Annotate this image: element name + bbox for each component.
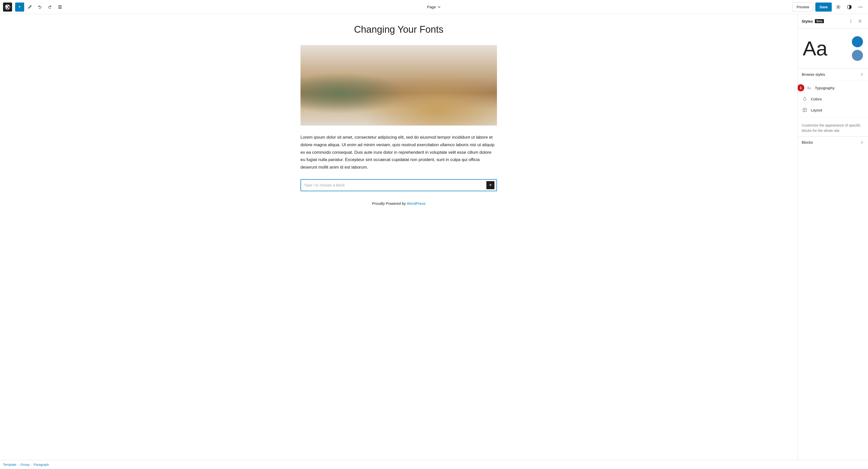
undo-icon	[37, 5, 42, 9]
svg-rect-2	[58, 8, 62, 8]
svg-point-34	[850, 22, 851, 23]
wordpress-link[interactable]: WordPress	[407, 201, 426, 206]
svg-point-32	[850, 20, 851, 21]
svg-point-7	[862, 6, 863, 7]
close-icon	[858, 19, 862, 24]
svg-rect-13	[376, 87, 482, 125]
styles-title-area: Styles Beta	[802, 19, 824, 24]
wp-logo[interactable]	[3, 2, 12, 11]
styles-more-button[interactable]	[847, 17, 855, 25]
breadcrumb-template[interactable]: Template	[3, 463, 17, 467]
step-badge: 1	[798, 84, 804, 91]
svg-point-3	[838, 6, 839, 7]
layout-grid-icon	[803, 108, 807, 112]
droplet-icon	[803, 97, 807, 101]
redo-icon	[48, 5, 52, 9]
save-button[interactable]: Save	[815, 2, 832, 11]
footer-text: Proudly Powered by	[372, 201, 407, 206]
svg-rect-8	[301, 45, 497, 126]
breadcrumb-sep-2: ›	[31, 463, 32, 467]
room-illustration	[301, 45, 497, 126]
toolbar-right: Preview Save	[793, 2, 865, 11]
svg-point-12	[323, 112, 474, 126]
svg-rect-18	[389, 94, 409, 112]
browse-styles-nav[interactable]: Browse styles	[798, 69, 868, 80]
svg-rect-22	[342, 106, 365, 108]
svg-point-5	[859, 6, 860, 7]
svg-point-25	[462, 114, 483, 126]
block-inserter-plus-button[interactable]: +	[486, 181, 494, 189]
styles-close-button[interactable]	[856, 17, 864, 25]
typography-aa-icon: Aa	[807, 86, 811, 90]
styles-panel-title: Styles	[802, 19, 813, 24]
svg-rect-9	[301, 45, 376, 126]
list-view-icon	[58, 5, 62, 9]
svg-rect-30	[323, 100, 333, 110]
page-title[interactable]: Changing Your Fonts	[301, 24, 497, 35]
more-options-button[interactable]	[856, 2, 865, 11]
main-area: Changing Your Fonts	[0, 14, 868, 460]
editor-content: Changing Your Fonts	[296, 14, 502, 231]
blocks-nav-item[interactable]: Blocks	[798, 137, 868, 148]
page-selector[interactable]: Page	[427, 5, 441, 9]
breadcrumb-sep-1: ›	[18, 463, 19, 467]
preview-button[interactable]: Preview	[793, 2, 814, 11]
theme-icon	[847, 4, 852, 9]
svg-point-33	[850, 21, 851, 22]
typography-label: Typography	[815, 86, 835, 90]
styles-header-actions	[847, 17, 864, 25]
body-paragraph[interactable]: Lorem ipsum dolor sit amet, consectetur …	[301, 134, 497, 171]
svg-rect-17	[450, 93, 478, 115]
colors-nav-item[interactable]: Colors	[798, 93, 868, 104]
styles-preview: Aa	[798, 28, 868, 69]
redo-button[interactable]	[45, 2, 54, 11]
content-image	[301, 45, 497, 126]
document-overview-button[interactable]	[55, 2, 64, 11]
layout-nav-item[interactable]: Layout	[798, 104, 868, 115]
toolbar: + Page Preview Sav	[0, 0, 868, 14]
svg-rect-24	[358, 108, 361, 123]
settings-icon	[836, 4, 841, 9]
svg-rect-11	[301, 106, 497, 126]
preview-colors	[852, 36, 863, 61]
svg-rect-19	[331, 95, 380, 126]
svg-rect-21	[335, 100, 376, 121]
svg-rect-0	[58, 5, 62, 6]
settings-button[interactable]	[834, 2, 843, 11]
block-inserter[interactable]: Type / to choose a block +	[301, 179, 497, 191]
vertical-ellipsis-icon	[848, 19, 853, 24]
svg-text:Aa: Aa	[807, 86, 811, 90]
colors-icon	[802, 96, 808, 102]
undo-button[interactable]	[35, 2, 44, 11]
breadcrumb-group[interactable]: Group	[21, 463, 29, 467]
colors-label: Colors	[811, 97, 822, 101]
edit-tool-button[interactable]	[25, 2, 34, 11]
preview-typography-text: Aa	[803, 38, 828, 59]
styles-section: 1 Aa Typography Colors	[798, 80, 868, 118]
page-label: Page	[427, 5, 436, 9]
breadcrumb-paragraph[interactable]: Paragraph	[34, 463, 49, 467]
blocks-chevron-right-icon	[860, 140, 864, 144]
living-room-image	[301, 45, 497, 126]
svg-rect-14	[376, 87, 482, 99]
svg-rect-10	[417, 45, 497, 126]
svg-point-28	[460, 84, 477, 109]
svg-rect-23	[346, 108, 349, 123]
editor-footer: Proudly Powered by WordPress	[301, 191, 497, 211]
typography-nav-item[interactable]: 1 Aa Typography	[798, 82, 868, 93]
secondary-color-circle	[852, 50, 863, 61]
svg-rect-26	[467, 110, 478, 121]
add-block-button[interactable]: +	[15, 2, 24, 11]
ellipsis-icon	[858, 4, 863, 9]
styles-panel-header: Styles Beta	[798, 14, 868, 28]
styles-panel: Styles Beta Aa	[798, 14, 868, 460]
layout-icon	[802, 107, 808, 113]
svg-rect-36	[803, 108, 807, 112]
chevron-down-icon	[437, 5, 441, 9]
theme-toggle-button[interactable]	[845, 2, 854, 11]
pen-icon	[27, 5, 32, 9]
editor-area[interactable]: Changing Your Fonts	[0, 14, 798, 460]
layout-label: Layout	[811, 108, 822, 112]
customize-description: Customize the appearance of specific blo…	[798, 118, 868, 136]
svg-point-6	[860, 6, 861, 7]
